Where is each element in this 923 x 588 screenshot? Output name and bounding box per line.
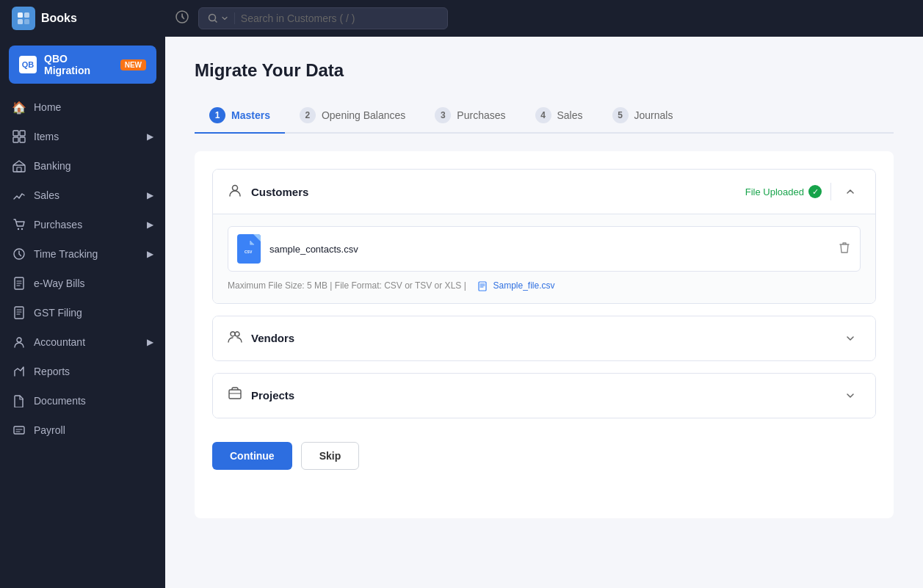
tab-opening-balances[interactable]: 2 Opening Balances — [285, 98, 420, 134]
customers-header: Customers File Uploaded ✓ — [213, 170, 875, 214]
tab-bar: 1 Masters 2 Opening Balances 3 Purchases… — [195, 98, 894, 134]
logo-icon — [12, 7, 35, 30]
tab-num-1: 1 — [209, 107, 225, 123]
customers-status: File Uploaded ✓ — [745, 185, 822, 198]
reports-icon — [12, 364, 26, 379]
tab-label-sales: Sales — [557, 109, 583, 121]
svg-rect-1 — [24, 12, 29, 18]
svg-point-19 — [233, 185, 238, 190]
svg-rect-22 — [479, 282, 486, 291]
projects-expand-button[interactable] — [840, 385, 861, 406]
delete-file-button[interactable] — [838, 241, 851, 258]
payroll-icon — [12, 423, 26, 438]
footer-buttons: Continue Skip — [212, 442, 876, 470]
main-content: Migrate Your Data 1 Masters 2 Opening Ba… — [165, 37, 923, 588]
projects-icon — [228, 386, 242, 404]
sidebar-item-items[interactable]: Items ▶ — [0, 122, 165, 151]
svg-rect-2 — [18, 19, 23, 24]
sidebar-item-home[interactable]: 🏠 Home — [0, 92, 165, 122]
sidebar-item-purchases[interactable]: Purchases ▶ — [0, 210, 165, 239]
banking-icon — [12, 159, 26, 173]
clock-icon[interactable] — [175, 10, 189, 28]
sample-file-link[interactable]: Sample_file.csv — [493, 280, 554, 291]
tab-journals[interactable]: 5 Journals — [598, 98, 688, 134]
documents-icon — [12, 393, 26, 408]
tab-num-5: 5 — [612, 107, 629, 123]
sidebar-item-sales[interactable]: Sales ▶ — [0, 181, 165, 210]
sidebar-item-reports[interactable]: Reports — [0, 357, 165, 386]
sidebar-item-label: Purchases — [34, 219, 82, 231]
sidebar-item-time-tracking[interactable]: Time Tracking ▶ — [0, 239, 165, 269]
sidebar: QB QBO Migration NEW 🏠 Home Items ▶ Bank… — [0, 37, 165, 588]
tab-sales[interactable]: 4 Sales — [521, 98, 598, 134]
home-icon: 🏠 — [12, 100, 26, 115]
sidebar-item-accountant[interactable]: Accountant ▶ — [0, 327, 165, 357]
search-input[interactable] — [241, 12, 438, 24]
sidebar-item-payroll[interactable]: Payroll — [0, 415, 165, 445]
svg-rect-6 — [13, 131, 18, 136]
tab-num-4: 4 — [535, 107, 551, 123]
arrow-icon: ▶ — [147, 219, 153, 230]
svg-rect-7 — [20, 131, 25, 136]
svg-rect-20 — [242, 241, 256, 257]
sidebar-item-label: Time Tracking — [34, 248, 98, 260]
customers-collapse-button[interactable] — [840, 181, 861, 202]
svg-rect-8 — [13, 137, 18, 142]
qbo-icon: QB — [19, 56, 37, 73]
arrow-icon: ▶ — [147, 249, 153, 259]
qbo-migration-button[interactable]: QB QBO Migration NEW — [9, 46, 156, 84]
search-bar[interactable] — [198, 7, 448, 29]
projects-title: Projects — [251, 389, 831, 402]
arrow-icon: ▶ — [147, 337, 153, 347]
customers-body: CSV sample_contacts.csv Maximum File Siz… — [213, 214, 875, 303]
projects-section: Projects — [212, 373, 876, 418]
purchases-icon — [12, 217, 26, 232]
eway-bills-icon — [12, 276, 26, 291]
sidebar-item-label: e-Way Bills — [34, 277, 85, 289]
sidebar-item-gst-filing[interactable]: GST Filing — [0, 298, 165, 327]
app-logo: Books — [12, 7, 166, 30]
qbo-label: QBO Migration — [44, 53, 113, 76]
svg-rect-18 — [14, 427, 24, 434]
vendors-icon — [228, 329, 242, 347]
svg-rect-9 — [20, 137, 25, 142]
sidebar-item-documents[interactable]: Documents — [0, 386, 165, 415]
svg-rect-3 — [24, 19, 29, 24]
search-context-selector[interactable] — [208, 13, 228, 23]
tab-label-purchases: Purchases — [457, 109, 505, 121]
qbo-badge: NEW — [120, 59, 146, 70]
status-check-icon: ✓ — [808, 185, 822, 198]
vendors-title: Vendors — [251, 332, 831, 344]
continue-button[interactable]: Continue — [212, 442, 292, 470]
sidebar-item-label: GST Filing — [34, 307, 82, 319]
sidebar-item-label: Items — [34, 131, 59, 142]
sidebar-item-eway-bills[interactable]: e-Way Bills — [0, 269, 165, 298]
tab-label-opening-balances: Opening Balances — [322, 109, 405, 121]
svg-point-24 — [235, 332, 239, 336]
tab-num-3: 3 — [435, 107, 451, 123]
vendors-expand-button[interactable] — [840, 328, 861, 349]
skip-button[interactable]: Skip — [301, 442, 360, 470]
arrow-icon: ▶ — [147, 190, 153, 200]
gst-filing-icon — [12, 305, 26, 320]
sidebar-item-label: Payroll — [34, 424, 65, 436]
svg-rect-0 — [18, 12, 23, 18]
svg-rect-25 — [229, 390, 241, 399]
app-name: Books — [41, 12, 77, 25]
tab-purchases[interactable]: 3 Purchases — [420, 98, 520, 134]
sidebar-item-label: Documents — [34, 395, 86, 407]
file-name: sample_contacts.csv — [269, 244, 829, 255]
sidebar-item-label: Banking — [34, 160, 71, 172]
file-info: Maximum File Size: 5 MB | File Format: C… — [228, 280, 861, 291]
sidebar-item-banking[interactable]: Banking — [0, 151, 165, 181]
items-icon — [12, 129, 26, 144]
file-item: CSV sample_contacts.csv — [228, 226, 861, 272]
customers-title: Customers — [251, 186, 736, 198]
tab-num-2: 2 — [300, 107, 316, 123]
sidebar-item-label: Accountant — [34, 336, 85, 348]
content-panel: Customers File Uploaded ✓ — [195, 151, 894, 518]
vendors-header: Vendors — [213, 316, 875, 360]
svg-point-23 — [231, 332, 235, 336]
sidebar-item-label: Sales — [34, 189, 59, 201]
tab-masters[interactable]: 1 Masters — [195, 98, 285, 134]
